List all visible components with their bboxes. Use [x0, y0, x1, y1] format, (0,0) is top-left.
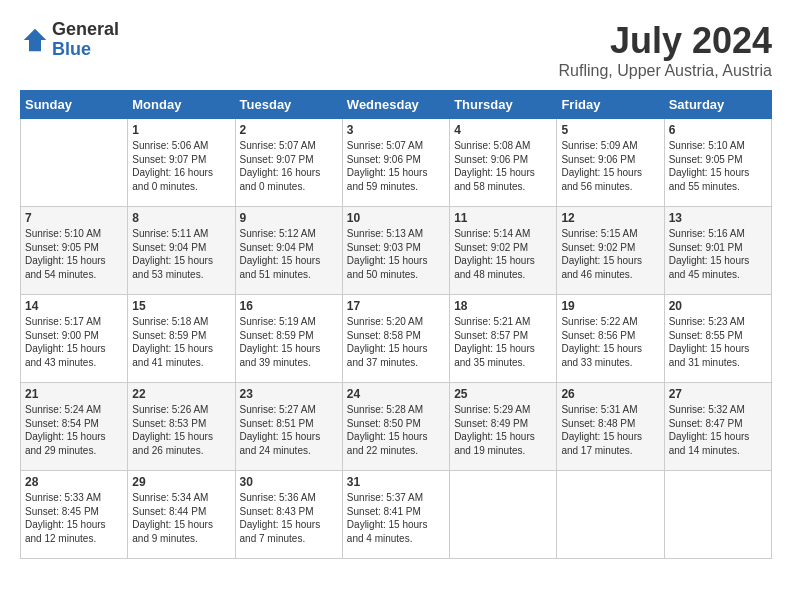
logo-blue: Blue: [52, 40, 119, 60]
calendar-cell: [557, 471, 664, 559]
calendar-cell: [21, 119, 128, 207]
calendar-cell: 2Sunrise: 5:07 AMSunset: 9:07 PMDaylight…: [235, 119, 342, 207]
col-friday: Friday: [557, 91, 664, 119]
header-row: Sunday Monday Tuesday Wednesday Thursday…: [21, 91, 772, 119]
day-number: 31: [347, 475, 445, 489]
cell-info: Sunrise: 5:07 AMSunset: 9:06 PMDaylight:…: [347, 140, 428, 192]
calendar-cell: 11Sunrise: 5:14 AMSunset: 9:02 PMDayligh…: [450, 207, 557, 295]
logo-general: General: [52, 20, 119, 40]
day-number: 1: [132, 123, 230, 137]
calendar-cell: 10Sunrise: 5:13 AMSunset: 9:03 PMDayligh…: [342, 207, 449, 295]
calendar-cell: 28Sunrise: 5:33 AMSunset: 8:45 PMDayligh…: [21, 471, 128, 559]
calendar-cell: [450, 471, 557, 559]
calendar-cell: 13Sunrise: 5:16 AMSunset: 9:01 PMDayligh…: [664, 207, 771, 295]
calendar-cell: 24Sunrise: 5:28 AMSunset: 8:50 PMDayligh…: [342, 383, 449, 471]
day-number: 8: [132, 211, 230, 225]
day-number: 21: [25, 387, 123, 401]
cell-info: Sunrise: 5:32 AMSunset: 8:47 PMDaylight:…: [669, 404, 750, 456]
day-number: 25: [454, 387, 552, 401]
page-header: General Blue July 2024 Rufling, Upper Au…: [20, 20, 772, 80]
logo-icon: [20, 25, 50, 55]
calendar-cell: 4Sunrise: 5:08 AMSunset: 9:06 PMDaylight…: [450, 119, 557, 207]
calendar-cell: 7Sunrise: 5:10 AMSunset: 9:05 PMDaylight…: [21, 207, 128, 295]
cell-info: Sunrise: 5:37 AMSunset: 8:41 PMDaylight:…: [347, 492, 428, 544]
calendar-cell: 8Sunrise: 5:11 AMSunset: 9:04 PMDaylight…: [128, 207, 235, 295]
day-number: 9: [240, 211, 338, 225]
day-number: 17: [347, 299, 445, 313]
day-number: 20: [669, 299, 767, 313]
title-section: July 2024 Rufling, Upper Austria, Austri…: [559, 20, 772, 80]
day-number: 14: [25, 299, 123, 313]
calendar-cell: 3Sunrise: 5:07 AMSunset: 9:06 PMDaylight…: [342, 119, 449, 207]
cell-info: Sunrise: 5:17 AMSunset: 9:00 PMDaylight:…: [25, 316, 106, 368]
cell-info: Sunrise: 5:34 AMSunset: 8:44 PMDaylight:…: [132, 492, 213, 544]
day-number: 26: [561, 387, 659, 401]
day-number: 19: [561, 299, 659, 313]
cell-info: Sunrise: 5:07 AMSunset: 9:07 PMDaylight:…: [240, 140, 321, 192]
logo-text: General Blue: [52, 20, 119, 60]
day-number: 3: [347, 123, 445, 137]
cell-info: Sunrise: 5:26 AMSunset: 8:53 PMDaylight:…: [132, 404, 213, 456]
svg-marker-0: [24, 29, 47, 52]
calendar-cell: 29Sunrise: 5:34 AMSunset: 8:44 PMDayligh…: [128, 471, 235, 559]
cell-info: Sunrise: 5:12 AMSunset: 9:04 PMDaylight:…: [240, 228, 321, 280]
calendar-cell: 15Sunrise: 5:18 AMSunset: 8:59 PMDayligh…: [128, 295, 235, 383]
day-number: 11: [454, 211, 552, 225]
day-number: 4: [454, 123, 552, 137]
day-number: 6: [669, 123, 767, 137]
cell-info: Sunrise: 5:11 AMSunset: 9:04 PMDaylight:…: [132, 228, 213, 280]
calendar-cell: 18Sunrise: 5:21 AMSunset: 8:57 PMDayligh…: [450, 295, 557, 383]
col-saturday: Saturday: [664, 91, 771, 119]
col-tuesday: Tuesday: [235, 91, 342, 119]
cell-info: Sunrise: 5:13 AMSunset: 9:03 PMDaylight:…: [347, 228, 428, 280]
col-thursday: Thursday: [450, 91, 557, 119]
day-number: 18: [454, 299, 552, 313]
day-number: 10: [347, 211, 445, 225]
calendar-header: Sunday Monday Tuesday Wednesday Thursday…: [21, 91, 772, 119]
calendar-cell: 19Sunrise: 5:22 AMSunset: 8:56 PMDayligh…: [557, 295, 664, 383]
day-number: 12: [561, 211, 659, 225]
calendar-cell: 26Sunrise: 5:31 AMSunset: 8:48 PMDayligh…: [557, 383, 664, 471]
calendar-cell: 30Sunrise: 5:36 AMSunset: 8:43 PMDayligh…: [235, 471, 342, 559]
cell-info: Sunrise: 5:21 AMSunset: 8:57 PMDaylight:…: [454, 316, 535, 368]
cell-info: Sunrise: 5:10 AMSunset: 9:05 PMDaylight:…: [25, 228, 106, 280]
logo: General Blue: [20, 20, 119, 60]
day-number: 13: [669, 211, 767, 225]
day-number: 16: [240, 299, 338, 313]
calendar-cell: 16Sunrise: 5:19 AMSunset: 8:59 PMDayligh…: [235, 295, 342, 383]
calendar-week-3: 14Sunrise: 5:17 AMSunset: 9:00 PMDayligh…: [21, 295, 772, 383]
day-number: 28: [25, 475, 123, 489]
day-number: 22: [132, 387, 230, 401]
calendar-week-4: 21Sunrise: 5:24 AMSunset: 8:54 PMDayligh…: [21, 383, 772, 471]
cell-info: Sunrise: 5:33 AMSunset: 8:45 PMDaylight:…: [25, 492, 106, 544]
calendar-cell: 5Sunrise: 5:09 AMSunset: 9:06 PMDaylight…: [557, 119, 664, 207]
day-number: 27: [669, 387, 767, 401]
cell-info: Sunrise: 5:10 AMSunset: 9:05 PMDaylight:…: [669, 140, 750, 192]
calendar-cell: 9Sunrise: 5:12 AMSunset: 9:04 PMDaylight…: [235, 207, 342, 295]
day-number: 5: [561, 123, 659, 137]
calendar-week-2: 7Sunrise: 5:10 AMSunset: 9:05 PMDaylight…: [21, 207, 772, 295]
calendar-week-5: 28Sunrise: 5:33 AMSunset: 8:45 PMDayligh…: [21, 471, 772, 559]
calendar-cell: 22Sunrise: 5:26 AMSunset: 8:53 PMDayligh…: [128, 383, 235, 471]
cell-info: Sunrise: 5:31 AMSunset: 8:48 PMDaylight:…: [561, 404, 642, 456]
location-subtitle: Rufling, Upper Austria, Austria: [559, 62, 772, 80]
cell-info: Sunrise: 5:22 AMSunset: 8:56 PMDaylight:…: [561, 316, 642, 368]
cell-info: Sunrise: 5:27 AMSunset: 8:51 PMDaylight:…: [240, 404, 321, 456]
calendar-cell: 31Sunrise: 5:37 AMSunset: 8:41 PMDayligh…: [342, 471, 449, 559]
cell-info: Sunrise: 5:36 AMSunset: 8:43 PMDaylight:…: [240, 492, 321, 544]
col-sunday: Sunday: [21, 91, 128, 119]
day-number: 2: [240, 123, 338, 137]
day-number: 30: [240, 475, 338, 489]
calendar-cell: 12Sunrise: 5:15 AMSunset: 9:02 PMDayligh…: [557, 207, 664, 295]
calendar-week-1: 1Sunrise: 5:06 AMSunset: 9:07 PMDaylight…: [21, 119, 772, 207]
cell-info: Sunrise: 5:24 AMSunset: 8:54 PMDaylight:…: [25, 404, 106, 456]
cell-info: Sunrise: 5:09 AMSunset: 9:06 PMDaylight:…: [561, 140, 642, 192]
cell-info: Sunrise: 5:15 AMSunset: 9:02 PMDaylight:…: [561, 228, 642, 280]
col-monday: Monday: [128, 91, 235, 119]
calendar-cell: 14Sunrise: 5:17 AMSunset: 9:00 PMDayligh…: [21, 295, 128, 383]
day-number: 7: [25, 211, 123, 225]
cell-info: Sunrise: 5:18 AMSunset: 8:59 PMDaylight:…: [132, 316, 213, 368]
calendar-cell: 27Sunrise: 5:32 AMSunset: 8:47 PMDayligh…: [664, 383, 771, 471]
calendar-cell: 6Sunrise: 5:10 AMSunset: 9:05 PMDaylight…: [664, 119, 771, 207]
col-wednesday: Wednesday: [342, 91, 449, 119]
